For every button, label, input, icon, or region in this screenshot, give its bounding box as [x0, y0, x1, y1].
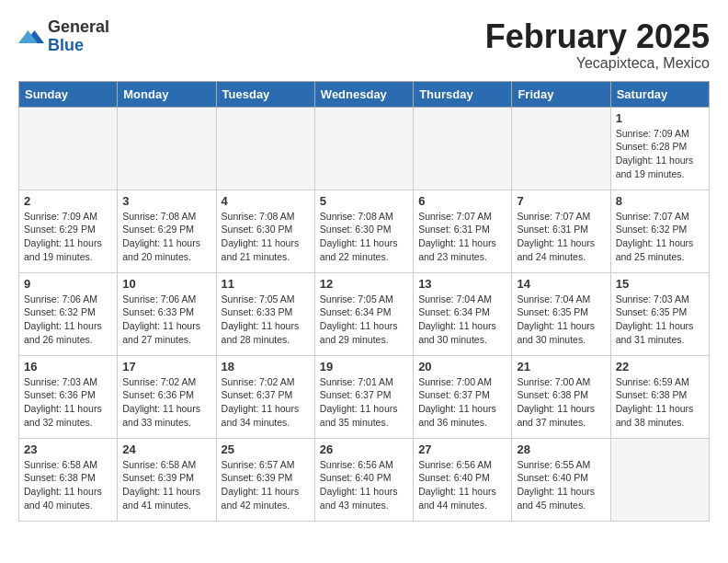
calendar-cell: 16Sunrise: 7:03 AM Sunset: 6:36 PM Dayli…: [19, 355, 118, 438]
day-info: Sunrise: 7:07 AM Sunset: 6:31 PM Dayligh…: [517, 210, 605, 264]
day-info: Sunrise: 7:01 AM Sunset: 6:37 PM Dayligh…: [320, 375, 408, 430]
day-number: 22: [616, 360, 704, 373]
day-info: Sunrise: 7:05 AM Sunset: 6:33 PM Dayligh…: [222, 293, 310, 347]
calendar-cell: [512, 107, 610, 190]
day-info: Sunrise: 6:57 AM Sunset: 6:39 PM Dayligh…: [222, 458, 310, 512]
calendar-cell: 1Sunrise: 7:09 AM Sunset: 6:28 PM Daylig…: [610, 107, 709, 190]
day-number: 11: [222, 277, 310, 291]
day-number: 6: [418, 194, 506, 208]
calendar-cell: 7Sunrise: 7:07 AM Sunset: 6:31 PM Daylig…: [512, 190, 610, 272]
day-info: Sunrise: 7:02 AM Sunset: 6:36 PM Dayligh…: [122, 375, 210, 430]
day-info: Sunrise: 7:00 AM Sunset: 6:37 PM Dayligh…: [418, 375, 506, 430]
day-number: 9: [24, 277, 112, 291]
title-block: February 2025 Yecapixteca, Mexico: [485, 18, 710, 72]
day-number: 10: [122, 277, 210, 291]
day-number: 14: [517, 277, 605, 291]
calendar-cell: 6Sunrise: 7:07 AM Sunset: 6:31 PM Daylig…: [414, 190, 512, 272]
day-info: Sunrise: 7:04 AM Sunset: 6:34 PM Dayligh…: [418, 293, 506, 347]
page-header: General Blue February 2025 Yecapixteca, …: [18, 18, 710, 72]
day-number: 5: [320, 194, 408, 208]
day-info: Sunrise: 7:04 AM Sunset: 6:35 PM Dayligh…: [517, 293, 605, 347]
calendar-cell: [610, 438, 709, 521]
calendar-cell: [314, 107, 413, 190]
day-info: Sunrise: 7:00 AM Sunset: 6:38 PM Dayligh…: [517, 375, 605, 430]
day-number: 17: [122, 360, 210, 373]
calendar-cell: 24Sunrise: 6:58 AM Sunset: 6:39 PM Dayli…: [118, 438, 216, 521]
calendar-table: SundayMondayTuesdayWednesdayThursdayFrid…: [18, 81, 710, 522]
day-info: Sunrise: 7:06 AM Sunset: 6:32 PM Dayligh…: [24, 293, 112, 347]
calendar-cell: 2Sunrise: 7:09 AM Sunset: 6:29 PM Daylig…: [19, 190, 118, 272]
weekday-header-wednesday: Wednesday: [314, 81, 413, 107]
calendar-cell: 11Sunrise: 7:05 AM Sunset: 6:33 PM Dayli…: [216, 272, 314, 355]
calendar-cell: 20Sunrise: 7:00 AM Sunset: 6:37 PM Dayli…: [414, 355, 512, 438]
day-info: Sunrise: 7:08 AM Sunset: 6:30 PM Dayligh…: [222, 210, 310, 264]
calendar-cell: [118, 107, 216, 190]
logo-icon: [18, 24, 44, 50]
day-number: 24: [122, 442, 210, 456]
day-number: 4: [222, 194, 310, 208]
day-number: 1: [616, 111, 704, 125]
day-info: Sunrise: 7:06 AM Sunset: 6:33 PM Dayligh…: [122, 293, 210, 347]
day-number: 26: [320, 442, 408, 456]
logo-blue-text: Blue: [48, 37, 109, 55]
week-row-4: 16Sunrise: 7:03 AM Sunset: 6:36 PM Dayli…: [19, 355, 710, 438]
weekday-header-saturday: Saturday: [610, 81, 709, 107]
logo-general: General: [48, 18, 109, 37]
week-row-2: 2Sunrise: 7:09 AM Sunset: 6:29 PM Daylig…: [19, 190, 710, 272]
day-number: 28: [517, 442, 605, 456]
calendar-cell: 8Sunrise: 7:07 AM Sunset: 6:32 PM Daylig…: [610, 190, 709, 272]
day-info: Sunrise: 7:03 AM Sunset: 6:35 PM Dayligh…: [616, 293, 704, 347]
calendar-cell: [414, 107, 512, 190]
location-subtitle: Yecapixteca, Mexico: [485, 55, 710, 72]
day-number: 15: [616, 277, 704, 291]
day-number: 8: [616, 194, 704, 208]
day-number: 19: [320, 360, 408, 373]
calendar-cell: 14Sunrise: 7:04 AM Sunset: 6:35 PM Dayli…: [512, 272, 610, 355]
day-info: Sunrise: 7:09 AM Sunset: 6:29 PM Dayligh…: [24, 210, 112, 264]
calendar-cell: 25Sunrise: 6:57 AM Sunset: 6:39 PM Dayli…: [216, 438, 314, 521]
logo: General Blue: [18, 18, 109, 55]
day-number: 27: [418, 442, 506, 456]
day-number: 3: [122, 194, 210, 208]
weekday-header-thursday: Thursday: [414, 81, 512, 107]
day-number: 21: [517, 360, 605, 373]
day-number: 23: [24, 442, 112, 456]
calendar-cell: 19Sunrise: 7:01 AM Sunset: 6:37 PM Dayli…: [314, 355, 413, 438]
weekday-header-friday: Friday: [512, 81, 610, 107]
calendar-cell: 21Sunrise: 7:00 AM Sunset: 6:38 PM Dayli…: [512, 355, 610, 438]
day-info: Sunrise: 6:58 AM Sunset: 6:39 PM Dayligh…: [122, 458, 210, 512]
day-info: Sunrise: 7:09 AM Sunset: 6:28 PM Dayligh…: [616, 127, 704, 181]
day-number: 2: [24, 194, 112, 208]
day-number: 12: [320, 277, 408, 291]
calendar-cell: 13Sunrise: 7:04 AM Sunset: 6:34 PM Dayli…: [414, 272, 512, 355]
week-row-1: 1Sunrise: 7:09 AM Sunset: 6:28 PM Daylig…: [19, 107, 710, 190]
weekday-header-sunday: Sunday: [19, 81, 118, 107]
calendar-cell: 22Sunrise: 6:59 AM Sunset: 6:38 PM Dayli…: [610, 355, 709, 438]
weekday-header-monday: Monday: [118, 81, 216, 107]
logo-text: General Blue: [48, 18, 109, 55]
calendar-cell: 5Sunrise: 7:08 AM Sunset: 6:30 PM Daylig…: [314, 190, 413, 272]
day-info: Sunrise: 7:08 AM Sunset: 6:30 PM Dayligh…: [320, 210, 408, 264]
day-number: 18: [222, 360, 310, 373]
day-info: Sunrise: 6:59 AM Sunset: 6:38 PM Dayligh…: [616, 375, 704, 430]
day-number: 20: [418, 360, 506, 373]
calendar-cell: [216, 107, 314, 190]
week-row-3: 9Sunrise: 7:06 AM Sunset: 6:32 PM Daylig…: [19, 272, 710, 355]
calendar-cell: 28Sunrise: 6:55 AM Sunset: 6:40 PM Dayli…: [512, 438, 610, 521]
calendar-cell: 23Sunrise: 6:58 AM Sunset: 6:38 PM Dayli…: [19, 438, 118, 521]
week-row-5: 23Sunrise: 6:58 AM Sunset: 6:38 PM Dayli…: [19, 438, 710, 521]
calendar-cell: 9Sunrise: 7:06 AM Sunset: 6:32 PM Daylig…: [19, 272, 118, 355]
day-number: 13: [418, 277, 506, 291]
day-number: 7: [517, 194, 605, 208]
calendar-cell: [19, 107, 118, 190]
day-info: Sunrise: 7:02 AM Sunset: 6:37 PM Dayligh…: [222, 375, 310, 430]
calendar-cell: 26Sunrise: 6:56 AM Sunset: 6:40 PM Dayli…: [314, 438, 413, 521]
day-number: 16: [24, 360, 112, 373]
day-info: Sunrise: 6:56 AM Sunset: 6:40 PM Dayligh…: [320, 458, 408, 512]
day-info: Sunrise: 7:05 AM Sunset: 6:34 PM Dayligh…: [320, 293, 408, 347]
day-info: Sunrise: 7:03 AM Sunset: 6:36 PM Dayligh…: [24, 375, 112, 430]
weekday-header-row: SundayMondayTuesdayWednesdayThursdayFrid…: [19, 81, 710, 107]
calendar-cell: 3Sunrise: 7:08 AM Sunset: 6:29 PM Daylig…: [118, 190, 216, 272]
calendar-cell: 27Sunrise: 6:56 AM Sunset: 6:40 PM Dayli…: [414, 438, 512, 521]
day-info: Sunrise: 6:56 AM Sunset: 6:40 PM Dayligh…: [418, 458, 506, 512]
